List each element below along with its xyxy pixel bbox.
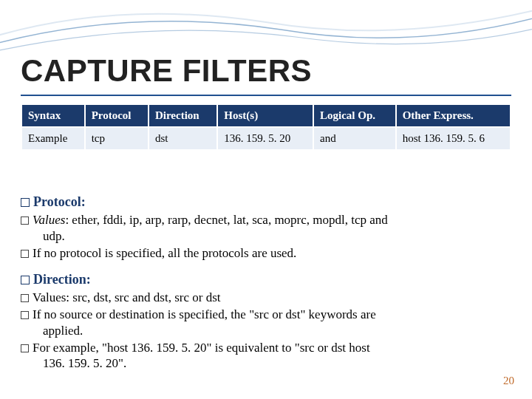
page-title: CAPTURE FILTERS [21, 53, 312, 89]
th-direction: Direction [149, 104, 217, 127]
checkbox-icon [21, 344, 29, 352]
table-header-row: Syntax Protocol Direction Host(s) Logica… [21, 104, 511, 127]
checkbox-icon [21, 250, 29, 258]
td-other-express: host 136. 159. 5. 6 [396, 127, 511, 150]
bullet-direction-values: Values: src, dst, src and dst, src or ds… [21, 290, 511, 306]
th-logical-op: Logical Op. [313, 104, 396, 127]
td-syntax: Example [21, 127, 85, 150]
bullet-direction-default: If no source or destination is specified… [21, 307, 511, 339]
values-text: : ether, fddi, ip, arp, rarp, decnet, la… [65, 213, 387, 227]
td-logical-op: and [313, 127, 396, 150]
th-protocol: Protocol [85, 104, 149, 127]
heading-text: Direction: [33, 272, 91, 287]
section-heading-direction: Direction: [21, 271, 511, 288]
table-row: Example tcp dst 136. 159. 5. 20 and host… [21, 127, 511, 150]
title-underline [21, 95, 511, 96]
values-cont: udp. [21, 228, 511, 245]
checkbox-icon [21, 311, 29, 319]
bullet-cont: 136. 159. 5. 20". [21, 355, 511, 372]
th-syntax: Syntax [21, 104, 85, 127]
slide: CAPTURE FILTERS Syntax Protocol Directio… [0, 0, 532, 399]
td-hosts: 136. 159. 5. 20 [217, 127, 313, 150]
td-protocol: tcp [85, 127, 149, 150]
td-direction: dst [149, 127, 217, 150]
checkbox-icon [21, 294, 29, 302]
section-heading-protocol: Protocol: [21, 194, 511, 211]
bullet-protocol-values: Values: ether, fddi, ip, arp, rarp, decn… [21, 212, 511, 245]
th-hosts: Host(s) [217, 104, 313, 127]
content-body: Protocol: Values: ether, fddi, ip, arp, … [21, 183, 511, 372]
bullet-protocol-default: If no protocol is specified, all the pro… [21, 245, 511, 262]
values-label: Values [33, 213, 65, 227]
th-other-express: Other Express. [396, 104, 511, 127]
checkbox-icon [21, 276, 30, 284]
filter-syntax-table: Syntax Protocol Direction Host(s) Logica… [21, 103, 511, 151]
bullet-text: If no source or destination is specified… [33, 307, 376, 321]
bullet-text: If no protocol is specified, all the pro… [33, 246, 296, 260]
checkbox-icon [21, 198, 30, 207]
heading-text: Protocol: [33, 194, 86, 209]
checkbox-icon [21, 216, 29, 225]
bullet-direction-example: For example, "host 136. 159. 5. 20" is e… [21, 340, 511, 372]
bullet-text: Values: src, dst, src and dst, src or ds… [33, 290, 221, 304]
bullet-cont: applied. [21, 323, 511, 339]
page-number: 20 [503, 375, 514, 387]
bullet-text: For example, "host 136. 159. 5. 20" is e… [33, 341, 370, 355]
